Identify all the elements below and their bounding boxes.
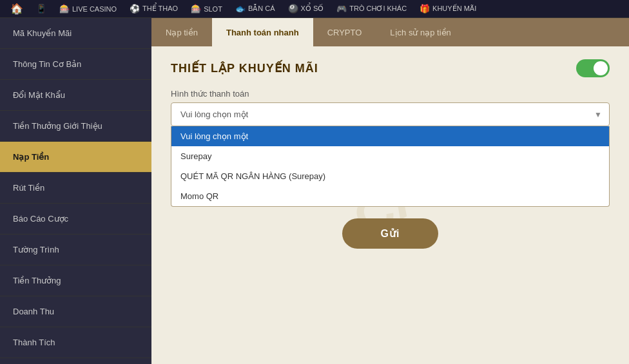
sidebar-item-tuong-trinh[interactable]: Tường Trình <box>0 235 151 265</box>
main-content: Nạp tiền Thanh toán nhanh CRYPTO Lịch sử… <box>151 18 629 364</box>
sidebar-item-thanh-tich[interactable]: Thành Tích <box>0 327 151 358</box>
khuyen-mai-toggle[interactable] <box>576 59 610 77</box>
nav-the-thao-label: THỂ THAO <box>142 5 178 13</box>
section-title: THIẾT LẬP KHUYẾN MÃI <box>171 61 318 75</box>
nav-xo-so-label: XỔ SỐ <box>301 5 324 13</box>
payment-dropdown-list: Vui lòng chọn một Surepay QUÉT MÃ QR NGÂ… <box>171 126 610 207</box>
tabs-bar: Nạp tiền Thanh toán nhanh CRYPTO Lịch sử… <box>151 18 629 46</box>
section-title-row: THIẾT LẬP KHUYẾN MÃI <box>171 59 610 77</box>
top-nav: 🏠 📱 🎰 LIVE CASINO ⚽ THỂ THAO 🎰 SLOT 🐟 BẮ… <box>0 0 629 18</box>
sidebar-item-doi-mat-khau[interactable]: Đổi Mật Khẩu <box>0 80 151 111</box>
tab-crypto[interactable]: CRYPTO <box>313 18 376 46</box>
nav-home[interactable]: 🏠 <box>5 0 28 17</box>
form-container: THIẾT LẬP KHUYẾN MÃI Hình thức thanh toá… <box>171 59 610 249</box>
tab-nap-tien[interactable]: Nạp tiền <box>151 18 212 46</box>
nav-khuyen-mai[interactable]: 🎁 KHUYẾN MÃI <box>414 0 481 17</box>
sidebar-item-bao-cao-cuoc[interactable]: Báo Cáo Cược <box>0 204 151 235</box>
tro-choi-icon: 🎮 <box>336 4 347 14</box>
sidebar: Mã Khuyến Mãi Thông Tin Cơ Bản Đổi Mật K… <box>0 18 151 364</box>
sidebar-item-rut-tien[interactable]: Rút Tiền <box>0 173 151 204</box>
dropdown-option-default[interactable]: Vui lòng chọn một <box>171 126 609 146</box>
khuyen-mai-icon: 🎁 <box>420 4 430 14</box>
the-thao-icon: ⚽ <box>130 4 140 14</box>
tab-thanh-toan-nhanh[interactable]: Thanh toán nhanh <box>212 18 313 46</box>
payment-select-wrapper: Vui lòng chọn một Surepay QUÉT MÃ QR NGÂ… <box>171 102 610 126</box>
submit-button[interactable]: Gửi <box>342 218 439 249</box>
sidebar-item-nap-tien[interactable]: Nạp Tiền <box>0 142 151 173</box>
slot-icon: 🎰 <box>191 4 201 14</box>
dropdown-option-surepay[interactable]: Surepay <box>171 146 609 166</box>
sidebar-item-tien-thuong[interactable]: Tiền Thưởng <box>0 265 151 296</box>
nav-slot-label: SLOT <box>204 5 222 13</box>
tab-lich-su[interactable]: Lịch sử nạp tiền <box>376 18 465 46</box>
home-icon: 🏠 <box>10 3 23 15</box>
nav-ban-ca-label: BẮN CÁ <box>248 5 275 13</box>
dropdown-option-quet-ma[interactable]: QUÉT MÃ QR NGÂN HÀNG (Surepay) <box>171 166 609 186</box>
nav-xo-so[interactable]: 🎱 XỔ SỐ <box>283 0 329 17</box>
ban-ca-icon: 🐟 <box>235 4 246 14</box>
sidebar-item-tien-thuong-gioi-thieu[interactable]: Tiền Thưởng Giới Thiệu <box>0 111 151 142</box>
payment-method-label: Hình thức thanh toán <box>171 89 610 99</box>
nav-live-casino-label: LIVE CASINO <box>72 5 117 13</box>
sidebar-item-ma-khuyen-mai[interactable]: Mã Khuyến Mãi <box>0 18 151 49</box>
nav-khuyen-mai-label: KHUYẾN MÃI <box>432 5 476 13</box>
nav-slot[interactable]: 🎰 SLOT <box>186 0 227 17</box>
nav-tro-choi-label: TRÒ CHƠI KHÁC <box>349 5 407 13</box>
sidebar-item-thong-tin-co-ban[interactable]: Thông Tin Cơ Bản <box>0 49 151 80</box>
content-area: CA THIẾT LẬP KHUYẾN MÃI Hình thức thanh … <box>151 46 629 364</box>
dropdown-option-momo[interactable]: Momo QR <box>171 186 609 206</box>
main-layout: Mã Khuyến Mãi Thông Tin Cơ Bản Đổi Mật K… <box>0 18 629 364</box>
sidebar-item-doanh-thu[interactable]: Doanh Thu <box>0 296 151 327</box>
live-casino-icon: 🎰 <box>59 4 70 14</box>
xo-so-icon: 🎱 <box>288 4 298 14</box>
nav-mobile[interactable]: 📱 <box>31 0 52 17</box>
payment-method-select[interactable]: Vui lòng chọn một Surepay QUÉT MÃ QR NGÂ… <box>171 102 610 126</box>
nav-tro-choi-khac[interactable]: 🎮 TRÒ CHƠI KHÁC <box>331 0 412 17</box>
nav-the-thao[interactable]: ⚽ THỂ THAO <box>124 0 183 17</box>
nav-ban-ca[interactable]: 🐟 BẮN CÁ <box>230 0 280 17</box>
nav-live-casino[interactable]: 🎰 LIVE CASINO <box>54 0 122 17</box>
mobile-icon: 📱 <box>36 4 46 14</box>
